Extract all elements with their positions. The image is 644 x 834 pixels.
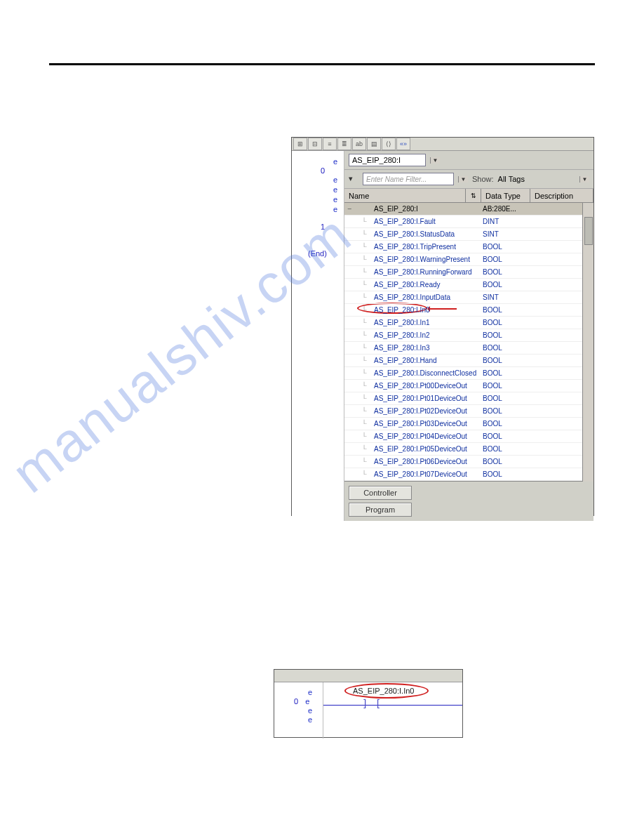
rung-e: e bbox=[308, 688, 323, 697]
page-rule bbox=[49, 63, 595, 65]
annotation-ellipse bbox=[344, 683, 429, 699]
tag-row[interactable]: └AS_EIP_280:I.HandBOOL bbox=[344, 355, 582, 367]
tree-line: └ bbox=[354, 218, 374, 225]
ladder-rung-window: e 0e e e AS_EIP_280:I.In0 ] [ bbox=[274, 669, 463, 738]
tree-line: └ bbox=[354, 458, 374, 465]
tag-row[interactable]: └AS_EIP_280:I.Pt00DeviceOutBOOL bbox=[344, 380, 582, 392]
toolbar-button[interactable]: ▤ bbox=[367, 138, 381, 150]
tag-row[interactable]: −AS_EIP_280:IAB:280E... bbox=[344, 203, 582, 216]
sort-icon[interactable]: ⇅ bbox=[466, 189, 481, 202]
toolbar-button[interactable]: ≡ bbox=[323, 138, 337, 150]
tag-type: BOOL bbox=[483, 420, 532, 428]
name-filter-input[interactable]: Enter Name Filter... bbox=[363, 173, 454, 185]
ladder-canvas[interactable]: AS_EIP_280:I.In0 ] [ bbox=[323, 682, 462, 739]
tag-row[interactable]: └AS_EIP_280:I.WarningPresentBOOL bbox=[344, 253, 582, 266]
tag-name: AS_EIP_280:I.Pt06DeviceOut bbox=[374, 458, 483, 465]
scroll-thumb[interactable] bbox=[584, 217, 593, 245]
tag-row[interactable]: └AS_EIP_280:I.Pt03DeviceOutBOOL bbox=[344, 418, 582, 430]
show-dropdown-value: All Tags bbox=[498, 175, 525, 183]
tree-line: └ bbox=[354, 382, 374, 390]
tag-type: BOOL bbox=[483, 395, 532, 402]
tag-row[interactable]: └AS_EIP_280:I.Pt07DeviceOutBOOL bbox=[344, 468, 582, 481]
tag-type: BOOL bbox=[483, 369, 532, 377]
tag-type: DINT bbox=[483, 218, 532, 225]
tag-name: AS_EIP_280:I.InputData bbox=[374, 293, 483, 301]
tag-browser-window: ⊞ ⊟ ≡ ≣ ab ▤ ⟨⟩ «» e 0 e e e e 1 bbox=[291, 137, 594, 516]
rung-0: 0 bbox=[294, 697, 298, 706]
tag-row[interactable]: └AS_EIP_280:I.RunningForwardBOOL bbox=[344, 266, 582, 279]
tag-type: BOOL bbox=[483, 256, 532, 263]
selected-tag-value: AS_EIP_280:I bbox=[352, 156, 401, 164]
tag-name: AS_EIP_280:I.RunningForward bbox=[374, 268, 483, 276]
rung-e: e bbox=[333, 195, 337, 204]
table-header: Name ⇅ Data Type Description bbox=[344, 189, 593, 203]
tree-line: └ bbox=[354, 445, 374, 453]
rung-number: 0 bbox=[321, 166, 325, 175]
rung-e: e bbox=[308, 706, 323, 715]
col-desc[interactable]: Description bbox=[530, 189, 593, 202]
tag-row[interactable]: └AS_EIP_280:I.In3BOOL bbox=[344, 342, 582, 355]
xio-contact-icon[interactable]: ] [ bbox=[362, 698, 382, 709]
rung-e: e bbox=[305, 697, 309, 706]
chevron-down-icon[interactable]: ▼ bbox=[430, 157, 440, 164]
filter-icon[interactable]: ▾ bbox=[349, 174, 358, 184]
rung-e: e bbox=[333, 176, 337, 184]
tag-type: BOOL bbox=[483, 281, 532, 289]
chevron-down-icon[interactable]: ▼ bbox=[579, 176, 589, 183]
tree-line: └ bbox=[354, 357, 374, 364]
program-button[interactable]: Program bbox=[349, 503, 412, 517]
tag-row[interactable]: └AS_EIP_280:I.StatusDataSINT bbox=[344, 228, 582, 241]
tag-name: AS_EIP_280:I.StatusData bbox=[374, 230, 483, 238]
tree-line: └ bbox=[354, 420, 374, 428]
toolbar-button[interactable]: ⊞ bbox=[293, 138, 307, 150]
tree-line: └ bbox=[354, 319, 374, 326]
tag-row[interactable]: └AS_EIP_280:I.Pt04DeviceOutBOOL bbox=[344, 430, 582, 443]
tag-row[interactable]: └AS_EIP_280:I.Pt06DeviceOutBOOL bbox=[344, 456, 582, 468]
tag-name: AS_EIP_280:I.In1 bbox=[374, 319, 483, 326]
tag-table[interactable]: −AS_EIP_280:IAB:280E...└AS_EIP_280:I.Fau… bbox=[344, 203, 582, 482]
toolbar-button[interactable]: ab bbox=[352, 138, 366, 150]
col-type[interactable]: Data Type bbox=[481, 189, 530, 202]
tag-name: AS_EIP_280:I.In3 bbox=[374, 344, 483, 352]
toolbar bbox=[274, 670, 462, 682]
col-name[interactable]: Name bbox=[344, 189, 466, 202]
tag-panel: AS_EIP_280:I ▼ ▾ Enter Name Filter... ▼ … bbox=[344, 151, 593, 521]
rung-end: (End) bbox=[308, 249, 327, 258]
tree-line: └ bbox=[354, 331, 374, 339]
tag-name: AS_EIP_280:I.Hand bbox=[374, 357, 483, 364]
tag-name: AS_EIP_280:I.Pt05DeviceOut bbox=[374, 445, 483, 453]
toolbar-button[interactable]: ⟨⟩ bbox=[382, 138, 396, 150]
tag-row[interactable]: └AS_EIP_280:I.Pt01DeviceOutBOOL bbox=[344, 392, 582, 405]
tree-line: └ bbox=[354, 395, 374, 402]
tag-name: AS_EIP_280:I bbox=[374, 205, 483, 213]
tag-row[interactable]: └AS_EIP_280:I.In0BOOL bbox=[344, 304, 582, 317]
chevron-down-icon[interactable]: ▼ bbox=[458, 176, 468, 183]
tree-line: └ bbox=[354, 293, 374, 301]
controller-button[interactable]: Controller bbox=[349, 486, 412, 500]
tree-line: └ bbox=[354, 230, 374, 238]
expand-icon[interactable]: − bbox=[344, 205, 354, 213]
tree-line: └ bbox=[354, 369, 374, 377]
tag-type: BOOL bbox=[483, 458, 532, 465]
tag-type: BOOL bbox=[483, 243, 532, 251]
tag-row[interactable]: └AS_EIP_280:I.ReadyBOOL bbox=[344, 279, 582, 291]
tag-type: SINT bbox=[483, 230, 532, 238]
tag-row[interactable]: └AS_EIP_280:I.Pt02DeviceOutBOOL bbox=[344, 405, 582, 418]
tag-row[interactable]: └AS_EIP_280:I.Pt05DeviceOutBOOL bbox=[344, 443, 582, 456]
tree-line: └ bbox=[354, 243, 374, 251]
show-dropdown[interactable]: All Tags bbox=[498, 175, 575, 183]
toolbar-nav-icon[interactable]: «» bbox=[396, 138, 410, 150]
tag-row[interactable]: └AS_EIP_280:I.InputDataSINT bbox=[344, 291, 582, 304]
tag-row[interactable]: └AS_EIP_280:I.DisconnectClosedBOOL bbox=[344, 367, 582, 380]
selected-tag-dropdown[interactable]: AS_EIP_280:I bbox=[349, 154, 426, 166]
tag-row[interactable]: └AS_EIP_280:I.FaultDINT bbox=[344, 216, 582, 228]
tree-line: └ bbox=[354, 432, 374, 440]
tag-row[interactable]: └AS_EIP_280:I.In2BOOL bbox=[344, 329, 582, 342]
rung-e: e bbox=[333, 185, 337, 194]
tag-type: BOOL bbox=[483, 407, 532, 415]
tag-row[interactable]: └AS_EIP_280:I.TripPresentBOOL bbox=[344, 241, 582, 253]
toolbar-button[interactable]: ⊟ bbox=[308, 138, 322, 150]
toolbar-button[interactable]: ≣ bbox=[337, 138, 351, 150]
tag-row[interactable]: └AS_EIP_280:I.In1BOOL bbox=[344, 317, 582, 329]
scrollbar[interactable] bbox=[582, 203, 593, 482]
